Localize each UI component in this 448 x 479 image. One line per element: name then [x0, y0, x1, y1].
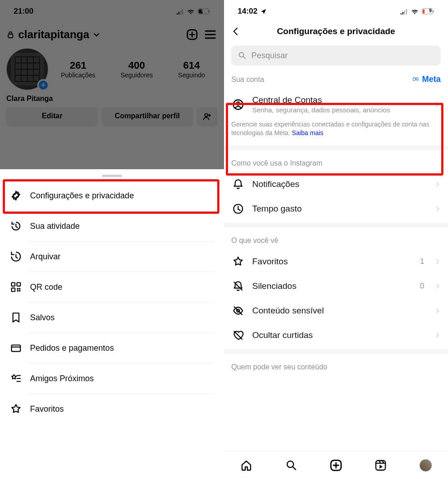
- sheet-item-label: Pedidos e pagamentos: [30, 343, 114, 353]
- qr-icon: [10, 281, 22, 293]
- chevron-right-icon: [433, 101, 441, 108]
- star-icon: [231, 256, 245, 267]
- item-sensitive[interactable]: Conteúdo sensível: [231, 298, 441, 323]
- nav-profile[interactable]: [418, 458, 433, 473]
- discover-people-button[interactable]: [197, 107, 218, 126]
- star-list-icon: [10, 373, 22, 384]
- nav-home[interactable]: [239, 458, 254, 473]
- chevron-down-icon[interactable]: [93, 31, 100, 38]
- chevron-right-icon: [434, 283, 441, 289]
- location-arrow-icon: [260, 8, 266, 15]
- section-label-see: O que você vê: [231, 237, 278, 245]
- person-circle-icon: [231, 98, 245, 111]
- wifi-icon: [411, 9, 419, 15]
- chevron-right-icon: [434, 258, 441, 265]
- sheet-item-archive[interactable]: Arquivar: [0, 242, 224, 272]
- item-accounts-center[interactable]: Central de Contas Senha, segurança, dado…: [231, 89, 441, 120]
- time: 14:02: [238, 7, 257, 16]
- sheet-item-activity[interactable]: Sua atividade: [0, 211, 224, 241]
- sheet-item-label: Salvos: [30, 313, 55, 323]
- edit-profile-button[interactable]: Editar: [6, 107, 98, 126]
- bell-off-icon: [231, 280, 245, 292]
- time: 21:00: [14, 7, 33, 16]
- battery-low-icon: 9: [422, 8, 434, 15]
- svg-rect-23: [433, 10, 434, 13]
- item-time-spent[interactable]: Tempo gasto: [231, 197, 441, 221]
- sheet-item-label: Amigos Próximos: [30, 374, 94, 383]
- share-profile-button[interactable]: Compartilhar perfil: [102, 107, 193, 126]
- sheet-item-payments[interactable]: Pedidos e pagamentos: [0, 333, 224, 363]
- chevron-right-icon: [434, 308, 441, 314]
- cellular-signal-icon: [400, 9, 408, 15]
- stat-following[interactable]: 614 Seguindo: [178, 60, 205, 79]
- sheet-grabber[interactable]: [102, 175, 122, 177]
- item-notifications[interactable]: Notificações: [231, 172, 441, 197]
- username[interactable]: claritapitanga: [18, 28, 89, 41]
- nav-create[interactable]: [329, 458, 343, 473]
- search-input[interactable]: Pesquisar: [231, 45, 441, 66]
- sheet-item-settings[interactable]: Configurações e privacidade: [0, 181, 224, 211]
- bookmark-icon: [10, 312, 22, 323]
- sheet-item-label: QR code: [30, 282, 62, 292]
- svg-rect-24: [423, 10, 425, 14]
- sheet-item-close-friends[interactable]: Amigos Próximos: [0, 363, 224, 393]
- page-title: Configurações e privacidade: [245, 26, 427, 36]
- sheet-item-label: Sua atividade: [30, 222, 80, 231]
- learn-more-link[interactable]: Saiba mais: [292, 129, 323, 136]
- gear-icon: [10, 190, 22, 202]
- card-icon: [10, 342, 22, 354]
- item-count: 0: [420, 282, 424, 291]
- svg-rect-19: [209, 10, 210, 13]
- bell-icon: [231, 178, 245, 190]
- chevron-right-icon: [434, 206, 441, 212]
- create-button[interactable]: [185, 27, 199, 42]
- item-title: Central de Contas: [252, 95, 426, 105]
- back-button[interactable]: [231, 26, 245, 36]
- sheet-item-qr[interactable]: QR code: [0, 272, 224, 302]
- item-subtitle: Senha, segurança, dados pessoais, anúnci…: [252, 106, 426, 114]
- section-label-account: Sua conta: [231, 76, 264, 84]
- stat-followers[interactable]: 400 Seguidores: [121, 60, 153, 79]
- meta-logo: Meta: [412, 75, 441, 84]
- search-placeholder: Pesquisar: [251, 51, 288, 61]
- sheet-item-label: Favoritos: [30, 404, 64, 414]
- heart-off-icon: [231, 329, 245, 341]
- item-hide-likes[interactable]: Ocultar curtidas: [231, 323, 441, 348]
- item-count: 1: [420, 257, 424, 266]
- section-label-usage: Como você usa o Instagram: [231, 159, 322, 167]
- lock-icon: [6, 30, 15, 39]
- chevron-right-icon: [434, 332, 441, 338]
- sheet-item-favorites[interactable]: Favoritos: [0, 394, 224, 424]
- avatar-icon: [419, 459, 432, 472]
- star-icon: [10, 403, 22, 415]
- clock-arrow-icon: [10, 220, 22, 232]
- bottom-nav: [224, 451, 448, 479]
- statusbar-left: 21:00 44: [0, 0, 224, 23]
- nav-search[interactable]: [284, 458, 299, 473]
- cellular-signal-icon: [176, 9, 184, 15]
- nav-reels[interactable]: [373, 458, 388, 473]
- menu-button[interactable]: [203, 27, 218, 42]
- item-muted[interactable]: Silenciados 0: [231, 274, 441, 298]
- sheet-item-label: Arquivar: [30, 252, 61, 262]
- sheet-item-saved[interactable]: Salvos: [0, 303, 224, 333]
- statusbar-right: 14:02 9: [224, 0, 448, 23]
- item-favorites[interactable]: Favoritos 1: [231, 249, 441, 274]
- display-name: Clara Pitanga: [6, 93, 218, 107]
- account-helper-text: Gerencie suas experiências conectadas e …: [231, 120, 441, 144]
- wifi-icon: [187, 9, 195, 15]
- add-story-icon[interactable]: +: [37, 79, 49, 91]
- section-label-who: Quem pode ver seu conteúdo: [231, 363, 327, 371]
- chevron-right-icon: [434, 181, 441, 187]
- search-icon: [238, 51, 247, 60]
- sheet-item-label: Configurações e privacidade: [30, 191, 134, 201]
- stat-posts[interactable]: 261 Publicações: [61, 60, 96, 79]
- clock-icon: [231, 203, 245, 215]
- archive-icon: [10, 251, 22, 262]
- battery-icon: 44: [198, 8, 210, 15]
- bottom-sheet: Configurações e privacidade Sua atividad…: [0, 169, 224, 479]
- profile-header: claritapitanga: [6, 23, 218, 45]
- eye-off-icon: [231, 305, 245, 317]
